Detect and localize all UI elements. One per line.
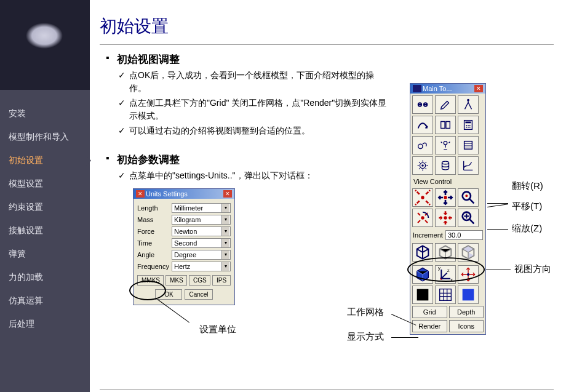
svg-point-28	[467, 273, 469, 276]
svg-point-8	[466, 127, 467, 128]
frequency-combo[interactable]: Hertz	[172, 262, 231, 271]
angle-combo[interactable]: Degree	[172, 250, 231, 260]
render-button[interactable]: Render	[412, 320, 447, 332]
depth-button[interactable]: Depth	[449, 306, 484, 318]
section1-item1: 点OK后，导入成功，会看到一个线框模型，下面介绍对模型的操作。	[129, 69, 388, 95]
svg-rect-4	[465, 122, 471, 124]
nav-initial-settings[interactable]: 初始设置	[0, 149, 90, 172]
svg-point-11	[418, 144, 423, 148]
view-front-button[interactable]	[435, 243, 456, 262]
view-axes-button[interactable]: yxz	[435, 265, 456, 284]
app-icon: ✕	[136, 190, 145, 198]
svg-point-20	[465, 194, 468, 197]
view-target-button[interactable]	[458, 265, 479, 284]
tool-film-icon[interactable]	[458, 136, 479, 154]
tool-book-icon[interactable]	[435, 116, 456, 134]
svg-point-15	[421, 164, 424, 167]
toolbox-title: Main To...	[423, 85, 452, 92]
nav-spring[interactable]: 弹簧	[0, 242, 90, 266]
svg-text:y: y	[438, 265, 440, 271]
nav-contact-settings[interactable]: 接触设置	[0, 219, 90, 242]
svg-point-5	[466, 125, 467, 126]
close-icon[interactable]: ✕	[223, 190, 232, 198]
check-icon: ✓	[118, 69, 129, 95]
svg-point-12	[444, 142, 447, 145]
callout-translate: 平移(T)	[512, 201, 542, 212]
cgs-button[interactable]: CGS	[189, 275, 210, 286]
tool-motion-icon[interactable]	[412, 136, 433, 154]
time-combo[interactable]: Second	[172, 238, 231, 248]
svg-point-21	[421, 216, 424, 219]
mks-button[interactable]: MKS	[165, 275, 187, 286]
callout-zoom: 缩放(Z)	[512, 223, 542, 234]
icons-button[interactable]: Icons	[449, 320, 484, 332]
force-label: Force	[137, 228, 172, 235]
nav-constraint-settings[interactable]: 约束设置	[0, 196, 90, 219]
nav-install[interactable]: 安装	[0, 102, 90, 126]
nav-menu: 安装 模型制作和导入 初始设置 模型设置 约束设置 接触设置 弹簧 力的加载 仿…	[0, 90, 90, 348]
callout-line	[487, 229, 508, 230]
length-combo[interactable]: Millimeter	[172, 203, 231, 213]
close-icon[interactable]: ✕	[474, 85, 483, 92]
tool-gear-icon[interactable]	[412, 156, 433, 175]
cancel-button[interactable]: Cancel	[185, 289, 212, 300]
ips-button[interactable]: IPS	[212, 275, 231, 286]
svg-rect-30	[440, 289, 452, 301]
mmks-button[interactable]: MMKS	[137, 275, 164, 286]
section1-item3: 可以通过右边的介绍将视图调整到合适的位置。	[129, 124, 310, 137]
callout-work-grid: 工作网格	[347, 306, 384, 318]
view-iso-button[interactable]	[412, 243, 433, 262]
section1-title: 初始视图调整	[117, 52, 180, 66]
svg-rect-29	[417, 289, 429, 301]
callout-display-mode: 显示方式	[347, 331, 384, 343]
nav-model-settings[interactable]: 模型设置	[0, 172, 90, 196]
translate-button[interactable]	[435, 188, 456, 207]
svg-point-7	[469, 125, 471, 126]
app-icon	[413, 85, 421, 92]
tool-chart-icon[interactable]	[458, 156, 479, 175]
center-button[interactable]	[435, 209, 456, 227]
tool-animate-icon[interactable]	[435, 136, 456, 154]
dialog-titlebar[interactable]: ✕ Units Settings ✕	[134, 189, 234, 199]
callout-line	[391, 337, 418, 338]
tool-calculator-icon[interactable]	[458, 116, 479, 134]
nav-model-import[interactable]: 模型制作和导入	[0, 126, 90, 149]
grid-swatch-button[interactable]	[435, 286, 456, 304]
view-control-label: View Control	[410, 177, 485, 186]
rotate-xy-button[interactable]	[412, 209, 433, 227]
section2-header: ▪ 初始参数调整	[106, 153, 554, 167]
callout-rotate: 翻转(R)	[512, 180, 543, 192]
tool-pencil-icon[interactable]	[435, 95, 456, 114]
force-combo[interactable]: Newton	[172, 226, 231, 236]
nav-force-load[interactable]: 力的加载	[0, 266, 90, 289]
check-icon: ✓	[118, 169, 129, 182]
section2-item1: 点菜单中的"settings-Units.."，弹出以下对话框：	[129, 169, 313, 182]
color-swatch-button[interactable]	[412, 286, 433, 304]
tool-database-icon[interactable]	[435, 156, 456, 175]
tool-curve-icon[interactable]	[412, 116, 433, 134]
svg-rect-31	[463, 289, 474, 301]
nav-simulation[interactable]: 仿真运算	[0, 289, 90, 313]
zoom-button[interactable]	[458, 209, 479, 227]
tool-compass-icon[interactable]	[458, 95, 479, 114]
view-solid-button[interactable]	[412, 265, 433, 284]
tool-link-icon[interactable]	[412, 95, 433, 114]
view-right-button[interactable]	[458, 243, 479, 262]
time-label: Time	[137, 239, 172, 247]
mass-combo[interactable]: Kilogram	[172, 215, 231, 225]
ok-button[interactable]: OK	[155, 289, 182, 300]
zoom-select-button[interactable]	[458, 188, 479, 207]
increment-input[interactable]: 30.0	[445, 230, 483, 240]
fill-swatch-button[interactable]	[458, 286, 479, 304]
bullet-marker: ▪	[106, 52, 117, 66]
rotate-button[interactable]	[412, 188, 433, 207]
nav-postprocess[interactable]: 后处理	[0, 313, 90, 336]
grid-button[interactable]: Grid	[412, 306, 447, 318]
svg-point-17	[421, 196, 424, 199]
toolbox-titlebar[interactable]: Main To... ✕	[410, 84, 485, 94]
units-annotation-label: 设置单位	[199, 324, 236, 335]
section1-item2: 点左侧工具栏下方的"Grid" 关闭工作网格，点"Render"切换到实体显示模…	[129, 97, 388, 122]
svg-point-2	[467, 99, 469, 102]
divider	[100, 44, 554, 45]
frequency-label: Frequency	[137, 263, 172, 270]
